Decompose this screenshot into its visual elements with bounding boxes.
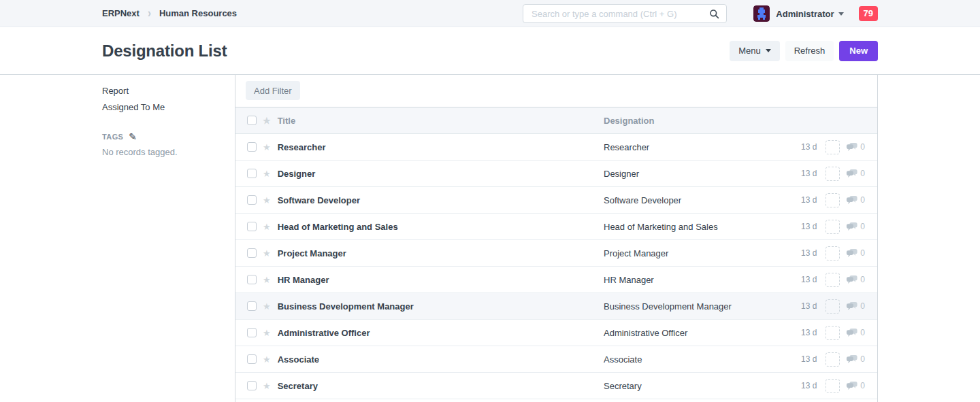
main-content: Report Assigned To Me TAGS ✎ No records … [0,75,980,402]
comment-count-value: 0 [860,248,865,258]
assignment-placeholder[interactable] [826,379,840,393]
row-modified-time: 13 d [801,381,817,390]
comment-count-value: 0 [860,142,865,152]
star-icon[interactable]: ★ [263,381,271,391]
navbar: ERPNext › Human Resources [0,0,980,27]
assignment-placeholder[interactable] [826,326,840,340]
table-row[interactable]: ★ Software Developer Software Developer … [235,187,877,214]
table-row[interactable]: ★ Secretary Secretary 13 d 0 [235,373,877,399]
star-icon[interactable]: ★ [263,328,271,338]
row-title-link[interactable]: Head of Marketing and Sales [278,222,398,232]
row-checkbox[interactable] [247,195,257,205]
row-checkbox[interactable] [247,301,257,311]
row-title-link[interactable]: Associate [278,354,319,365]
user-dropdown[interactable]: Administrator [776,9,834,19]
row-modified-time: 13 d [801,142,817,152]
row-designation: Project Manager [604,248,801,258]
comment-icon [846,222,858,231]
comment-count-value: 0 [860,381,865,390]
star-icon[interactable]: ★ [263,354,271,365]
table-row[interactable]: ★ Designer Designer 13 d 0 [235,161,877,187]
table-row[interactable]: ★ Head of Marketing and Sales Head of Ma… [235,214,877,240]
row-designation: HR Manager [604,275,801,285]
row-checkbox[interactable] [247,381,257,390]
comment-count: 0 [846,381,865,390]
menu-button-label: Menu [738,46,761,56]
row-title-link[interactable]: Software Developer [278,195,360,205]
row-designation: Software Developer [604,195,801,205]
menu-button[interactable]: Menu [730,41,780,61]
table-row[interactable]: ★ Researcher Researcher 13 d 0 [235,134,877,161]
row-title-link[interactable]: Administrative Officer [278,328,370,338]
comment-count: 0 [846,169,865,178]
column-header-title[interactable]: Title [278,116,296,126]
assignment-placeholder[interactable] [826,220,840,234]
assignment-placeholder[interactable] [826,299,840,314]
star-icon[interactable]: ★ [263,222,271,232]
sidebar-item-report[interactable]: Report [102,83,214,99]
star-icon[interactable]: ★ [263,248,271,258]
comment-icon [846,275,858,284]
add-filter-button[interactable]: Add Filter [246,81,300,100]
breadcrumb-erpnext[interactable]: ERPNext [102,8,140,18]
row-title-link[interactable]: Secretary [278,381,318,391]
star-icon[interactable]: ★ [263,142,271,152]
row-checkbox[interactable] [247,222,257,231]
notifications-badge[interactable]: 79 [859,6,878,21]
sidebar-item-assigned-to-me[interactable]: Assigned To Me [102,99,214,116]
star-icon[interactable]: ★ [263,195,271,205]
star-icon[interactable]: ★ [263,301,271,312]
global-search [523,4,727,23]
assignment-placeholder[interactable] [826,140,840,154]
row-checkbox[interactable] [247,142,257,152]
row-checkbox[interactable] [247,354,257,364]
table-row[interactable]: ★ Administrative Officer Administrative … [235,320,877,346]
row-modified-time: 13 d [801,301,817,311]
filter-area: Add Filter [235,75,877,107]
row-checkbox[interactable] [247,248,257,258]
row-title-link[interactable]: HR Manager [278,275,329,285]
star-icon[interactable]: ★ [263,275,271,285]
row-designation: Designer [604,169,801,179]
row-modified-time: 13 d [801,354,817,364]
avatar[interactable] [753,5,770,22]
comment-icon [846,301,858,311]
assignment-placeholder[interactable] [826,167,840,181]
refresh-button[interactable]: Refresh [785,41,834,61]
table-row[interactable]: ★ Project Manager Project Manager 13 d [235,240,877,267]
table-row[interactable]: ★ Associate Associate 13 d 0 [235,346,877,373]
row-title-link[interactable]: Designer [278,169,316,179]
user-area: Administrator 79 [753,0,878,27]
search-input[interactable] [530,8,709,20]
row-designation: Business Development Manager [604,301,801,312]
comment-count: 0 [846,142,865,152]
row-title-link[interactable]: Researcher [278,142,326,152]
row-modified-time: 13 d [801,248,817,258]
chevron-down-icon [838,12,844,16]
row-title-link[interactable]: Project Manager [278,248,346,258]
assignment-placeholder[interactable] [826,352,840,367]
comment-count: 0 [846,195,865,205]
row-title-link[interactable]: Business Development Manager [278,301,414,312]
new-button[interactable]: New [839,41,878,61]
table-row[interactable]: ★ Business Development Manager Business … [235,293,877,320]
tags-section: TAGS ✎ No records tagged. [102,132,214,157]
row-modified-time: 13 d [801,169,817,178]
breadcrumb-human-resources[interactable]: Human Resources [159,8,237,18]
select-all-checkbox[interactable] [247,116,257,125]
row-designation: Head of Marketing and Sales [604,222,801,232]
row-checkbox[interactable] [247,275,257,284]
assignment-placeholder[interactable] [826,193,840,207]
edit-tags-icon[interactable]: ✎ [129,132,137,141]
table-row[interactable]: ★ HR Manager HR Manager 13 d 0 [235,267,877,293]
comment-icon [846,248,858,258]
designation-list: Add Filter ★ Title Designation ★ Researc… [235,75,878,402]
column-header-designation[interactable]: Designation [604,116,865,126]
star-icon[interactable]: ★ [263,116,271,126]
star-icon[interactable]: ★ [263,169,271,179]
search-icon[interactable] [709,9,719,19]
assignment-placeholder[interactable] [826,273,840,287]
row-checkbox[interactable] [247,169,257,178]
row-checkbox[interactable] [247,328,257,337]
assignment-placeholder[interactable] [826,246,840,261]
